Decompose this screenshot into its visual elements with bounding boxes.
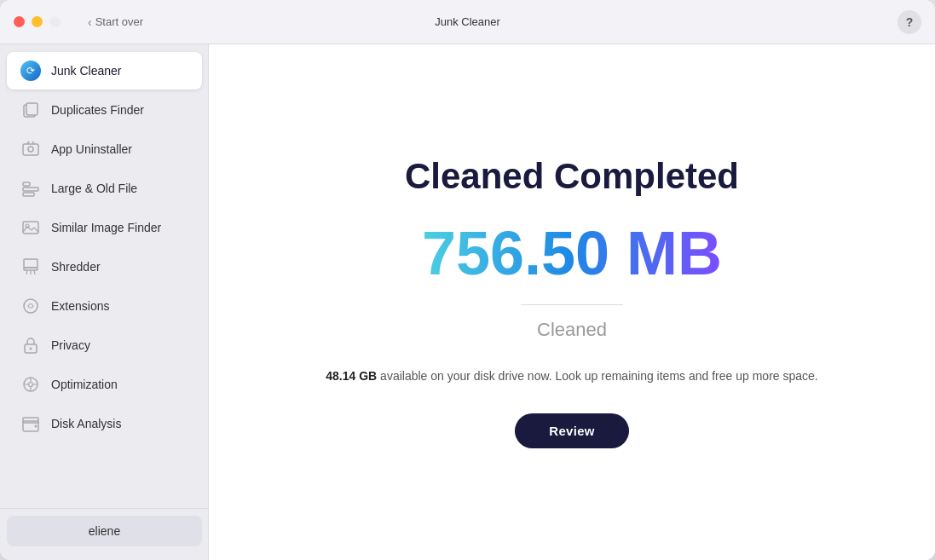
similar-image-icon <box>20 217 41 238</box>
svg-rect-6 <box>23 182 30 186</box>
svg-rect-12 <box>24 268 38 270</box>
disk-size: 48.14 GB <box>326 369 377 383</box>
duplicates-icon <box>20 100 41 120</box>
app-window: ‹ Start over Junk Cleaner ? Junk Cleaner <box>0 0 935 560</box>
privacy-icon <box>20 335 41 355</box>
start-over-button[interactable]: ‹ Start over <box>88 15 143 29</box>
extensions-icon <box>20 296 41 316</box>
title-bar: ‹ Start over Junk Cleaner ? <box>0 0 935 44</box>
large-old-file-icon <box>20 178 41 199</box>
svg-point-23 <box>35 425 38 428</box>
sidebar-label-shredder: Shredder <box>51 260 101 274</box>
sidebar-footer: eliene <box>0 508 209 553</box>
svg-point-20 <box>29 383 33 387</box>
cleaned-label: Cleaned <box>537 319 607 341</box>
traffic-lights <box>14 16 61 27</box>
sidebar-label-privacy: Privacy <box>51 338 90 352</box>
sidebar-label-extensions: Extensions <box>51 299 109 313</box>
sidebar-label-duplicates-finder: Duplicates Finder <box>51 103 144 117</box>
svg-rect-22 <box>23 418 38 423</box>
sidebar-label-junk-cleaner: Junk Cleaner <box>51 64 122 78</box>
svg-point-18 <box>30 348 32 350</box>
sidebar-label-disk-analysis: Disk Analysis <box>51 417 121 430</box>
divider <box>521 304 623 305</box>
sidebar-item-app-uninstaller[interactable]: App Uninstaller <box>7 130 202 168</box>
sidebar-item-extensions[interactable]: Extensions <box>7 287 202 325</box>
svg-rect-1 <box>26 103 38 115</box>
maximize-button[interactable] <box>49 16 61 27</box>
svg-rect-9 <box>23 222 38 234</box>
chevron-left-icon: ‹ <box>88 15 92 29</box>
svg-rect-2 <box>23 144 38 155</box>
app-uninstaller-icon <box>20 139 41 159</box>
svg-point-3 <box>28 147 33 152</box>
sidebar-item-similar-image-finder[interactable]: Similar Image Finder <box>7 209 202 246</box>
svg-point-16 <box>24 299 38 313</box>
close-button[interactable] <box>14 16 25 27</box>
sidebar-item-junk-cleaner[interactable]: Junk Cleaner <box>7 52 202 89</box>
user-profile[interactable]: eliene <box>7 516 202 546</box>
sidebar-label-similar-image-finder: Similar Image Finder <box>51 221 161 234</box>
sidebar-item-optimization[interactable]: Optimization <box>7 366 202 403</box>
size-display: 756.50 MB <box>422 222 722 284</box>
main-content: Junk Cleaner Duplicates Finder <box>0 44 935 560</box>
content-area: Cleaned Completed 756.50 MB Cleaned 48.1… <box>209 44 935 560</box>
help-icon: ? <box>906 15 914 29</box>
sidebar-item-privacy[interactable]: Privacy <box>7 326 202 364</box>
junk-cleaner-icon <box>20 61 41 81</box>
sidebar-label-large-old-file: Large & Old File <box>51 182 137 195</box>
main-panel: Cleaned Completed 756.50 MB Cleaned 48.1… <box>209 44 935 560</box>
svg-rect-7 <box>23 188 38 191</box>
user-name: eliene <box>89 524 120 538</box>
sidebar-label-app-uninstaller: App Uninstaller <box>51 142 132 156</box>
svg-rect-8 <box>23 193 34 196</box>
disk-info: 48.14 GB available on your disk drive no… <box>326 367 817 385</box>
sidebar-item-duplicates-finder[interactable]: Duplicates Finder <box>7 91 202 129</box>
window-title: Junk Cleaner <box>435 15 500 28</box>
disk-description: available on your disk drive now. Look u… <box>377 369 818 383</box>
cleaned-title: Cleaned Completed <box>405 156 739 197</box>
sidebar-item-shredder[interactable]: Shredder <box>7 248 202 286</box>
help-button[interactable]: ? <box>897 10 921 34</box>
sidebar: Junk Cleaner Duplicates Finder <box>0 44 209 560</box>
minimize-button[interactable] <box>32 16 43 27</box>
sidebar-item-large-old-file[interactable]: Large & Old File <box>7 170 202 207</box>
review-button[interactable]: Review <box>515 413 629 448</box>
disk-analysis-icon <box>20 413 41 434</box>
sidebar-label-optimization: Optimization <box>51 378 118 391</box>
start-over-label: Start over <box>95 15 143 28</box>
shredder-icon <box>20 257 41 277</box>
sidebar-item-disk-analysis[interactable]: Disk Analysis <box>7 405 202 442</box>
svg-rect-11 <box>24 259 38 268</box>
optimization-icon <box>20 374 41 395</box>
